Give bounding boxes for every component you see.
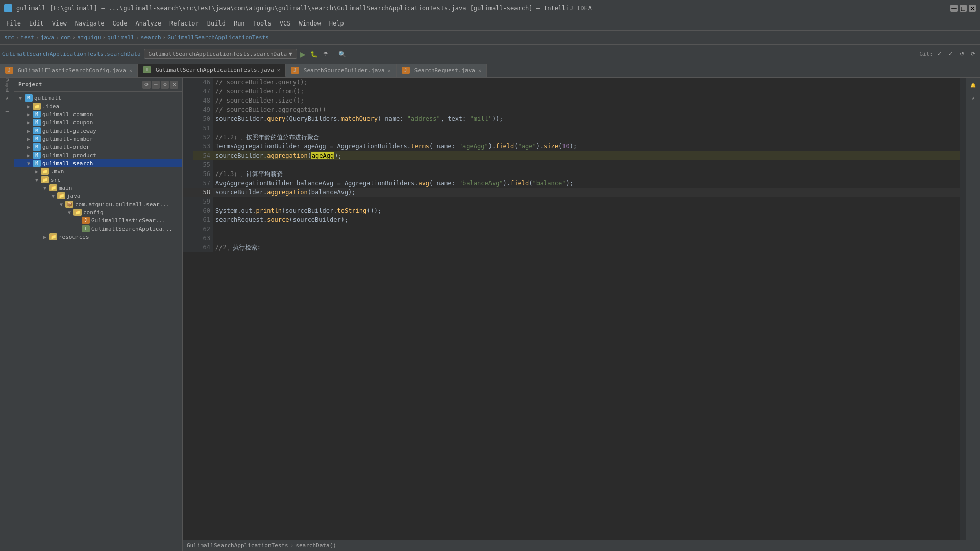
close-button[interactable]: ✕	[969, 5, 976, 12]
run-config-dropdown[interactable]: GulimallSearchApplicationTests.searchDat…	[144, 49, 297, 59]
tree-item-coupon[interactable]: ▶ M gulimall-coupon	[14, 118, 182, 127]
tree-item-config[interactable]: ▼ 📁 config	[14, 208, 182, 216]
collapse-btn[interactable]: ─	[152, 81, 160, 89]
debug-button[interactable]: 🐛	[309, 49, 320, 59]
test-file-icon: T	[82, 225, 90, 232]
search-button[interactable]: 🔍	[337, 49, 348, 59]
tree-item-idea[interactable]: ▶ 📁 .idea	[14, 102, 182, 110]
vcs-button[interactable]: ✓	[934, 49, 944, 59]
coverage-button[interactable]: ☂	[321, 49, 331, 59]
tab-close-3[interactable]: ✕	[478, 68, 481, 73]
tree-item-member[interactable]: ▶ M gulimall-member	[14, 135, 182, 143]
tree-label-gulimall: gulimall	[34, 95, 61, 102]
menu-item-file[interactable]: File	[2, 18, 25, 29]
tree-label-gateway: gulimall-gateway	[42, 128, 96, 134]
breadcrumb-arrow: ›	[290, 542, 294, 549]
breadcrumb-item-5[interactable]: gulimall	[107, 34, 134, 41]
tree-item-package[interactable]: ▼ 📦 com.atguigu.gulimall.sear...	[14, 200, 182, 208]
menu-item-refactor[interactable]: Refactor	[165, 18, 203, 29]
tree-item-common[interactable]: ▶ M gulimall-common	[14, 110, 182, 118]
menu-item-build[interactable]: Build	[203, 18, 230, 29]
structure-toggle[interactable]: ☰	[2, 106, 13, 117]
code-46: // sourceBuilder.query();	[213, 78, 960, 87]
tree-item-main[interactable]: ▼ 📁 main	[14, 184, 182, 192]
menu-item-view[interactable]: View	[48, 18, 71, 29]
vcs-button2[interactable]: ✓	[945, 49, 955, 59]
tab-close-2[interactable]: ✕	[388, 68, 391, 73]
gutter-61	[183, 215, 193, 224]
gutter-63	[183, 234, 193, 243]
code-line-51: 51	[183, 123, 960, 133]
gutter-51	[183, 123, 193, 133]
tree-item-src[interactable]: ▼ 📁 src	[14, 176, 182, 184]
tree-item-gateway[interactable]: ▶ M gulimall-gateway	[14, 127, 182, 135]
code-view[interactable]: 46 // sourceBuilder.query(); 47 // sourc…	[183, 78, 960, 540]
project-panel-toggle[interactable]: Project	[2, 80, 13, 91]
expand-arrow: ▼	[41, 185, 49, 191]
tab-search-request[interactable]: J SearchRequest.java ✕	[397, 64, 487, 77]
menu-item-vcs[interactable]: VCS	[276, 18, 295, 29]
favorites-toggle[interactable]: ★	[2, 93, 13, 104]
maximize-button[interactable]: □	[960, 5, 967, 12]
git-label: Git:	[920, 51, 934, 57]
tree-item-java[interactable]: ▼ 📁 java	[14, 192, 182, 200]
code-line-49: 49 // sourceBuilder.aggregation()	[183, 105, 960, 114]
expand-arrow: ▼	[16, 95, 24, 101]
tab-close-1[interactable]: ✕	[277, 67, 280, 73]
menu-item-code[interactable]: Code	[109, 18, 132, 29]
menu-item-run[interactable]: Run	[230, 18, 249, 29]
menu-item-edit[interactable]: Edit	[25, 18, 48, 29]
breadcrumb-sep-5: ›	[136, 34, 139, 41]
project-sidebar: Project ⟳ ─ ⚙ ✕ ▼ M gulimall ▶ 📁 .idea	[14, 78, 183, 551]
menu-item-navigate[interactable]: Navigate	[71, 18, 109, 29]
vcs-button3[interactable]: ↺	[957, 49, 967, 59]
run-button[interactable]: ▶	[298, 49, 308, 59]
sidebar-toolbar: ⟳ ─ ⚙ ✕	[142, 81, 178, 89]
module-icon-gateway: M	[33, 127, 41, 134]
tree-item-order[interactable]: ▶ M gulimall-order	[14, 143, 182, 151]
breadcrumb-item-0[interactable]: src	[4, 34, 14, 41]
menu-item-help[interactable]: Help	[325, 18, 348, 29]
close-sidebar-btn[interactable]: ✕	[170, 81, 178, 89]
breadcrumb-item-3[interactable]: com	[61, 34, 71, 41]
tree-item-elastic-config[interactable]: ▶ J GulimallElasticSear...	[14, 216, 182, 224]
gutter-64	[183, 243, 193, 252]
code-48: // sourceBuilder.size();	[213, 96, 960, 105]
notifications-btn[interactable]: 🔔	[968, 80, 979, 91]
menu-item-window[interactable]: Window	[295, 18, 325, 29]
tree-label-elastic-config: GulimallElasticSear...	[91, 217, 166, 224]
bookmarks-btn[interactable]: ★	[968, 93, 979, 104]
tab-gulimall-elastic[interactable]: J GulimallElasticSearchConfig.java ✕	[0, 64, 138, 77]
menu-item-analyze[interactable]: Analyze	[131, 18, 165, 29]
code-54: sourceBuilder.aggregation(ageAgg);	[213, 151, 960, 160]
code-line-60: 60 System.out.println(sourceBuilder.toSt…	[183, 206, 960, 215]
code-line-58: 58 sourceBuilder.aggregation(balanceAvg)…	[183, 188, 960, 197]
breadcrumb-item-2[interactable]: java	[41, 34, 55, 41]
tab-gulimall-search-tests[interactable]: T GulimallSearchApplicationTests.java ✕	[138, 64, 286, 77]
code-editor[interactable]: 46 // sourceBuilder.query(); 47 // sourc…	[183, 78, 966, 540]
tab-close-0[interactable]: ✕	[129, 68, 132, 73]
breadcrumb-sep-4: ›	[103, 34, 106, 41]
tab-label-0: GulimallElasticSearchConfig.java	[18, 67, 126, 74]
sync-btn[interactable]: ⟳	[142, 81, 151, 89]
menu-item-tools[interactable]: Tools	[249, 18, 276, 29]
tree-item-gulimall[interactable]: ▼ M gulimall	[14, 94, 182, 102]
breadcrumb-item-6[interactable]: search	[141, 34, 161, 41]
settings-btn[interactable]: ⚙	[161, 81, 169, 89]
tree-item-product[interactable]: ▶ M gulimall-product	[14, 151, 182, 159]
tab-search-source-builder[interactable]: J SearchSourceBuilder.java ✕	[286, 64, 397, 77]
breadcrumb-item-7[interactable]: GulimallSearchApplicationTests	[167, 34, 269, 41]
tree-item-search-app[interactable]: ▶ T GulimallSearchApplica...	[14, 224, 182, 233]
tree-item-resources[interactable]: ▶ 📁 resources	[14, 233, 182, 241]
vcs-button4[interactable]: ⟳	[968, 49, 978, 59]
gutter-55	[183, 160, 193, 169]
breadcrumb-sep-6: ›	[163, 34, 166, 41]
tree-item-mvn[interactable]: ▶ 📁 .mvn	[14, 167, 182, 176]
code-47: // sourceBuilder.from();	[213, 87, 960, 96]
linenum-57: 57	[193, 179, 213, 188]
breadcrumb-method: searchData()	[296, 542, 336, 549]
breadcrumb-item-1[interactable]: test	[21, 34, 35, 41]
breadcrumb-item-4[interactable]: atguigu	[77, 34, 101, 41]
minimize-button[interactable]: ─	[950, 5, 958, 12]
tree-item-search[interactable]: ▼ M gulimall-search	[14, 159, 182, 167]
